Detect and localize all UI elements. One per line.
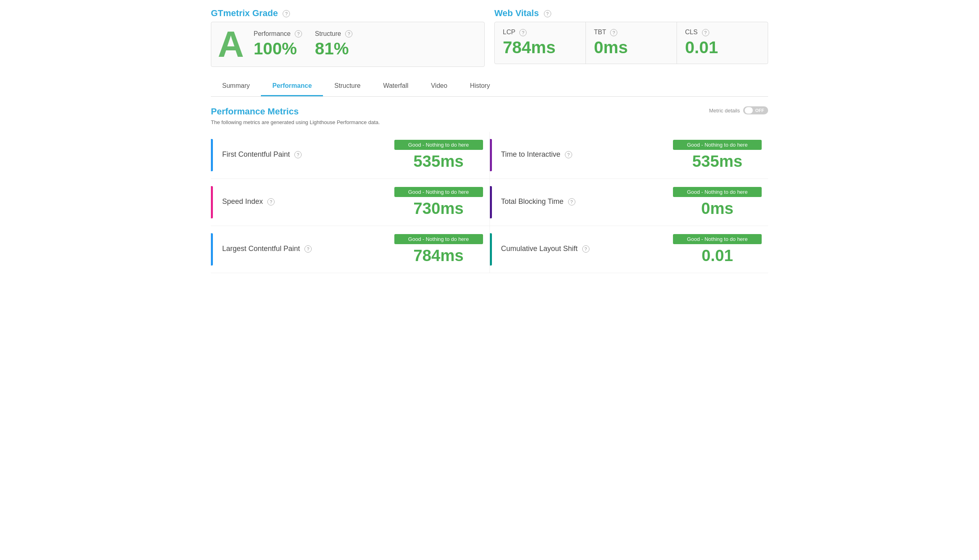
vital-tbt-value: 0ms [594,38,669,57]
metric-lcp: Largest Contentful Paint ? Good - Nothin… [211,226,490,273]
tti-bar [490,139,492,171]
tti-info: Time to Interactive ? [501,150,673,160]
lcp-name-text: Largest Contentful Paint [222,245,300,253]
cls-value: 0.01 [673,247,762,265]
vital-tbt: TBT ? 0ms [586,22,677,64]
lcp-value: 784ms [394,247,483,265]
tti-status-block: Good - Nothing to do here 535ms [673,140,762,170]
vital-cls: CLS ? 0.01 [677,22,768,64]
performance-label-text: Performance [254,30,291,37]
cls-badge: Good - Nothing to do here [673,234,762,244]
metric-tbt: Total Blocking Time ? Good - Nothing to … [490,179,769,226]
vital-lcp-value: 784ms [503,38,577,57]
structure-label-text: Structure [315,30,341,37]
structure-value: 81% [315,39,352,58]
tbt-help-icon[interactable]: ? [610,29,617,36]
si-info: Speed Index ? [222,197,394,207]
cls-bar [490,233,492,265]
grade-title-help-icon[interactable]: ? [283,10,290,17]
performance-label: Performance ? [254,30,302,38]
tabs-section: Summary Performance Structure Waterfall … [211,77,768,97]
gtmetrix-grade-section: GTmetrix Grade ? A Performance ? 100% [211,8,485,67]
metric-si: Speed Index ? Good - Nothing to do here … [211,179,490,226]
fcp-bar [211,139,213,171]
tab-video[interactable]: Video [420,77,459,96]
performance-help-icon[interactable]: ? [295,30,302,37]
tab-summary[interactable]: Summary [211,77,261,96]
fcp-badge: Good - Nothing to do here [394,140,483,150]
webvitals-help-icon[interactable]: ? [544,10,551,17]
fcp-info: First Contentful Paint ? [222,150,394,160]
tbt-name-text: Total Blocking Time [501,197,564,205]
fcp-help-icon[interactable]: ? [294,151,302,158]
si-bar [211,186,213,218]
si-badge: Good - Nothing to do here [394,187,483,197]
vital-tbt-label: TBT [594,29,606,35]
tab-performance[interactable]: Performance [261,77,323,96]
tbt-bar [490,186,492,218]
tbt-info: Total Blocking Time ? [501,197,673,207]
metrics-row-2: Speed Index ? Good - Nothing to do here … [211,179,768,226]
webvitals-title: Web Vitals ? [494,8,768,19]
cls-name: Cumulative Layout Shift ? [501,245,673,253]
cls-help-icon[interactable]: ? [702,29,709,36]
metric-cls: Cumulative Layout Shift ? Good - Nothing… [490,226,769,273]
cls-info: Cumulative Layout Shift ? [501,245,673,255]
lcp-status-block: Good - Nothing to do here 784ms [394,234,483,265]
webvitals-title-text: Web Vitals [494,8,539,18]
tab-history[interactable]: History [458,77,501,96]
toggle-state: OFF [753,108,767,113]
metric-details-toggle[interactable]: OFF [743,106,768,114]
webvitals-section: Web Vitals ? LCP ? 784ms TBT ? 0ms [494,8,768,67]
lcp-help-icon[interactable]: ? [304,245,312,253]
metrics-row-3: Largest Contentful Paint ? Good - Nothin… [211,226,768,273]
fcp-status-block: Good - Nothing to do here 535ms [394,140,483,170]
si-name: Speed Index ? [222,197,394,206]
tti-name: Time to Interactive ? [501,150,673,159]
cls-help-icon[interactable]: ? [582,245,589,253]
toggle-label: Metric details [709,108,740,114]
structure-help-icon[interactable]: ? [345,30,352,37]
toggle-thumb [745,107,753,114]
metrics-toggle-row: Metric details OFF [709,106,768,114]
fcp-value: 535ms [394,152,483,170]
grade-box: A Performance ? 100% Structure ? [211,22,485,67]
performance-metric: Performance ? 100% [254,30,302,59]
lcp-help-icon[interactable]: ? [519,29,527,36]
tbt-badge: Good - Nothing to do here [673,187,762,197]
fcp-name: First Contentful Paint ? [222,150,394,159]
structure-metric: Structure ? 81% [315,30,352,59]
tti-badge: Good - Nothing to do here [673,140,762,150]
metric-tti: Time to Interactive ? Good - Nothing to … [490,132,769,178]
tbt-value: 0ms [673,199,762,218]
si-help-icon[interactable]: ? [267,198,275,205]
grade-section-title: GTmetrix Grade ? [211,8,485,19]
vital-cls-label: CLS [685,29,698,35]
metrics-grid: First Contentful Paint ? Good - Nothing … [211,132,768,273]
vital-cls-value: 0.01 [685,38,760,57]
tbt-help-icon[interactable]: ? [568,198,575,205]
tbt-status-block: Good - Nothing to do here 0ms [673,187,762,218]
tab-waterfall[interactable]: Waterfall [372,77,420,96]
lcp-name: Largest Contentful Paint ? [222,245,394,253]
tab-structure[interactable]: Structure [323,77,372,96]
lcp-info: Largest Contentful Paint ? [222,245,394,255]
tbt-name: Total Blocking Time ? [501,197,673,206]
metrics-title: Performance Metrics [211,106,380,117]
performance-value: 100% [254,39,302,58]
metrics-row-1: First Contentful Paint ? Good - Nothing … [211,132,768,179]
metric-fcp: First Contentful Paint ? Good - Nothing … [211,132,490,178]
tti-help-icon[interactable]: ? [565,151,572,158]
fcp-name-text: First Contentful Paint [222,150,290,158]
cls-name-text: Cumulative Layout Shift [501,245,578,253]
lcp-left-bar [211,233,213,265]
vital-lcp-label: LCP [503,29,515,35]
grade-metrics: Performance ? 100% Structure ? 81% [254,30,352,59]
lcp-badge: Good - Nothing to do here [394,234,483,244]
vital-lcp: LCP ? 784ms [495,22,586,64]
webvitals-box: LCP ? 784ms TBT ? 0ms CLS ? [494,22,768,64]
si-status-block: Good - Nothing to do here 730ms [394,187,483,218]
tti-value: 535ms [673,152,762,170]
metrics-header: Performance Metrics The following metric… [211,106,768,125]
grade-letter: A [218,26,244,62]
